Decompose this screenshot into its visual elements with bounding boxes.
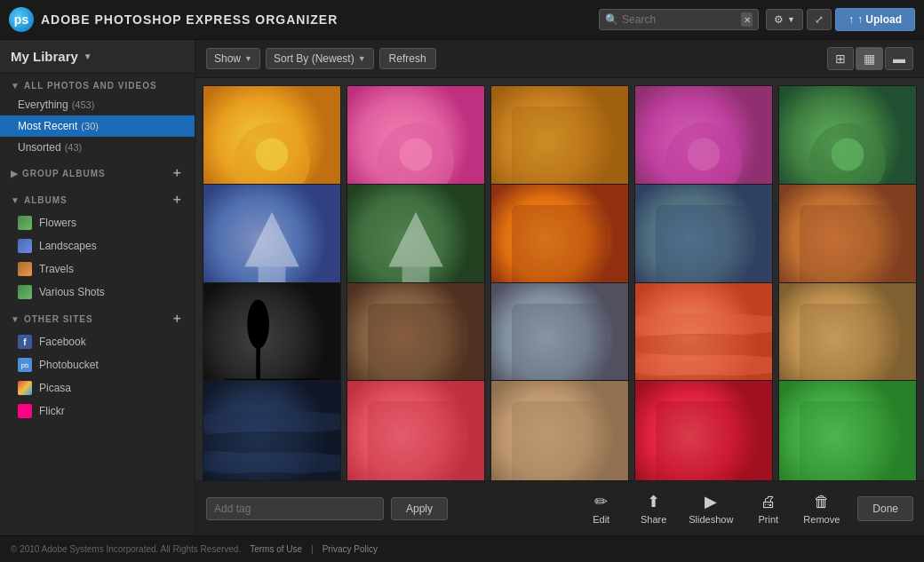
item-label: Facebook	[39, 336, 86, 348]
fullscreen-btn[interactable]: ⤢	[807, 9, 832, 30]
svg-point-2	[256, 139, 289, 171]
sidebar-item-picasa[interactable]: Picasa	[0, 376, 195, 400]
sidebar-item-travels[interactable]: Travels	[0, 257, 195, 281]
remove-tool-btn[interactable]: 🗑 Remove	[796, 489, 847, 528]
sidebar-item-unsorted[interactable]: Unsorted (43)	[0, 137, 195, 158]
apply-btn[interactable]: Apply	[391, 497, 448, 520]
done-btn[interactable]: Done	[857, 496, 913, 521]
sidebar-item-landscapes[interactable]: Landscapes	[0, 234, 195, 257]
item-count: (30)	[81, 121, 99, 131]
picasa-icon	[18, 381, 32, 395]
sort-label: Sort By (Newest)	[274, 52, 354, 65]
album-icon-travels	[18, 262, 32, 276]
separator: |	[311, 544, 314, 554]
logo-icon: ps	[9, 7, 34, 32]
slideshow-label: Slideshow	[689, 514, 733, 525]
add-other-site-btn[interactable]: ＋	[171, 311, 184, 327]
sidebar-item-flickr[interactable]: Flickr	[0, 400, 195, 423]
photo-thumbnail[interactable]	[203, 380, 341, 480]
svg-point-44	[203, 452, 340, 474]
item-label: Flickr	[39, 405, 65, 417]
share-tool-btn[interactable]: ⬆ Share	[629, 488, 678, 528]
section-toggle-all[interactable]: ▼	[11, 81, 20, 91]
print-tool-btn[interactable]: 🖨 Print	[744, 489, 793, 528]
svg-point-5	[400, 139, 433, 171]
my-library-header[interactable]: My Library ▼	[0, 40, 195, 74]
section-toggle-other[interactable]: ▼	[11, 314, 20, 324]
section-toggle-group[interactable]: ▶	[11, 169, 19, 178]
item-label: Flowers	[39, 217, 76, 229]
photo-grid	[195, 78, 924, 480]
status-bar: © 2010 Adobe Systems Incorporated. All R…	[0, 535, 924, 562]
settings-btn[interactable]: ⚙ ▼	[766, 9, 803, 30]
gear-icon: ⚙	[774, 13, 784, 26]
my-library-arrow: ▼	[84, 51, 92, 61]
svg-point-43	[203, 431, 340, 454]
sort-dropdown-arrow: ▼	[358, 54, 366, 63]
facebook-icon: f	[18, 335, 32, 349]
svg-point-35	[635, 313, 772, 335]
photo-thumbnail[interactable]	[346, 380, 485, 480]
toolbar: Show ▼ Sort By (Newest) ▼ Refresh ⊞ ▦ ▬	[195, 40, 924, 78]
done-label: Done	[872, 503, 898, 515]
item-label: Travels	[39, 263, 74, 275]
upload-btn[interactable]: ↑ ↑ Upload	[835, 8, 915, 31]
sidebar-item-everything[interactable]: Everything (453)	[0, 94, 195, 115]
tag-input[interactable]	[206, 497, 384, 520]
album-icon-landscapes	[18, 239, 32, 253]
svg-point-42	[203, 411, 340, 433]
terms-link[interactable]: Terms of Use	[250, 544, 302, 554]
svg-rect-53	[800, 401, 896, 480]
refresh-btn[interactable]: Refresh	[379, 48, 436, 69]
photo-thumbnail[interactable]	[490, 380, 629, 480]
sidebar-item-most-recent[interactable]: Most Recent (30)	[0, 115, 195, 137]
photo-thumbnail[interactable]	[634, 380, 773, 480]
edit-icon: ✏	[594, 492, 608, 511]
item-count: (43)	[65, 142, 83, 153]
tag-bar: Apply ✏ Edit ⬆ Share ▶ Slideshow 🖨 Print	[195, 480, 924, 535]
album-icon-various	[18, 285, 32, 299]
add-album-btn[interactable]: ＋	[171, 192, 184, 208]
sidebar-item-various-shots[interactable]: Various Shots	[0, 281, 195, 304]
svg-point-37	[635, 354, 772, 376]
flickr-icon	[18, 404, 32, 418]
search-bar: 🔍 ✕	[599, 9, 759, 30]
view-small-grid-btn[interactable]: ⊞	[827, 47, 854, 70]
sidebar-item-flowers[interactable]: Flowers	[0, 211, 195, 234]
privacy-link[interactable]: Privacy Policy	[323, 544, 378, 554]
add-group-album-btn[interactable]: ＋	[171, 165, 184, 181]
fullscreen-icon: ⤢	[815, 13, 824, 26]
search-icon: 🔍	[605, 13, 618, 26]
print-icon: 🖨	[761, 493, 777, 511]
svg-point-36	[635, 333, 772, 355]
view-list-btn[interactable]: ▬	[885, 47, 913, 70]
app-title: ADOBE PHOTOSHOP EXPRESS ORGANIZER	[41, 12, 338, 27]
upload-label: ↑ Upload	[857, 13, 902, 26]
upload-icon: ↑	[848, 13, 854, 26]
view-buttons: ⊞ ▦ ▬	[827, 47, 913, 70]
show-dropdown[interactable]: Show ▼	[206, 48, 260, 69]
search-clear-btn[interactable]: ✕	[741, 12, 753, 27]
item-label: Picasa	[39, 382, 71, 394]
settings-arrow: ▼	[787, 15, 795, 24]
edit-tool-btn[interactable]: ✏ Edit	[577, 488, 625, 528]
group-albums-section-header: ▶ GROUP ALBUMS ＋	[0, 158, 195, 185]
svg-rect-49	[512, 401, 608, 480]
sort-dropdown[interactable]: Sort By (Newest) ▼	[266, 48, 374, 69]
app-logo: ps ADOBE PHOTOSHOP EXPRESS ORGANIZER	[9, 7, 599, 32]
show-label: Show	[214, 52, 241, 65]
slideshow-icon: ▶	[705, 492, 717, 511]
view-medium-grid-btn[interactable]: ▦	[856, 47, 883, 70]
remove-label: Remove	[803, 514, 840, 525]
group-albums-label: GROUP ALBUMS	[22, 169, 171, 178]
sidebar-item-photobucket[interactable]: pb Photobucket	[0, 353, 195, 376]
photo-thumbnail[interactable]	[778, 380, 917, 480]
sidebar-item-facebook[interactable]: f Facebook	[0, 330, 195, 353]
section-toggle-albums[interactable]: ▼	[11, 195, 20, 205]
remove-icon: 🗑	[814, 493, 830, 511]
app-header: ps ADOBE PHOTOSHOP EXPRESS ORGANIZER 🔍 ✕…	[0, 0, 924, 40]
search-input[interactable]	[622, 13, 737, 26]
item-label: Photobucket	[39, 359, 99, 371]
albums-label: ALBUMS	[24, 195, 171, 205]
slideshow-tool-btn[interactable]: ▶ Slideshow	[681, 488, 740, 528]
